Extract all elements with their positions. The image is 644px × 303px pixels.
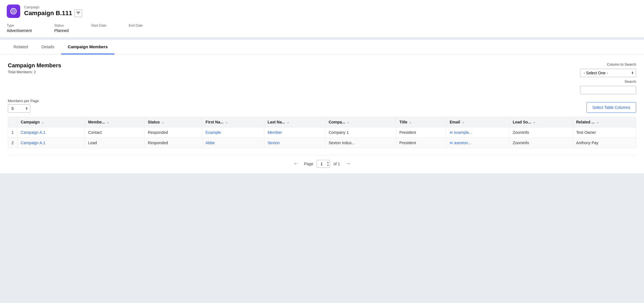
row2-last-name[interactable]: Sexton — [264, 138, 325, 148]
sort-company-icon: ⌄ — [347, 120, 349, 124]
app-icon — [7, 4, 20, 18]
sort-related-icon: ⌄ — [596, 120, 599, 124]
th-related[interactable]: Related ... ⌄ — [572, 117, 636, 127]
th-title[interactable]: Title ⌄ — [396, 117, 446, 127]
row-num-1: 1 — [8, 127, 17, 138]
search-input[interactable] — [580, 86, 636, 94]
header-fields: Type Advertisement Status Planned Start … — [7, 24, 637, 33]
section-heading: Campaign Members — [8, 62, 61, 69]
select-one-dropdown[interactable]: - Select One - — [580, 69, 636, 77]
field-start-date: Start Date — [91, 24, 106, 33]
email-icon-1: ✉ — [450, 130, 453, 135]
svg-point-2 — [13, 11, 14, 12]
row2-company: Sexton Indus... — [325, 138, 396, 148]
row2-first-name[interactable]: Abbe — [202, 138, 264, 148]
row1-member: Contact — [85, 127, 144, 138]
sort-member-icon: ⌄ — [107, 120, 109, 124]
select-table-columns-button[interactable]: Select Table Columns — [586, 102, 636, 113]
svg-rect-5 — [79, 12, 80, 12]
tab-related[interactable]: Related — [7, 40, 35, 54]
tabs-bar: Related Details Campaign Members — [0, 40, 644, 54]
row2-related: Anthony Pay — [572, 138, 636, 148]
sort-campaign-icon: ⌄ — [41, 120, 44, 124]
total-members: Total Members: 2 — [8, 70, 61, 74]
row1-first-name[interactable]: Example — [202, 127, 264, 138]
column-search-area: Column to Search - Select One - ⬍ Search — [580, 62, 636, 94]
row2-member: Lead — [85, 138, 144, 148]
row2-status: Responded — [144, 138, 202, 148]
row2-email[interactable]: ✉asexton... — [446, 138, 509, 148]
sort-title-icon: ⌄ — [409, 120, 411, 124]
svg-rect-3 — [77, 12, 78, 12]
breadcrumb: Campaign — [24, 5, 82, 9]
row1-company: Company 1 — [325, 127, 396, 138]
page-input-wrapper: ▲ ▼ — [317, 160, 330, 168]
sort-status-icon: ⌄ — [162, 120, 164, 124]
select-one-wrapper: - Select One - ⬍ — [580, 69, 636, 77]
mpp-select-wrapper: 5 10 25 50 ⬍ — [8, 104, 30, 113]
sort-lastname-icon: ⌄ — [287, 120, 289, 124]
th-member[interactable]: Membe... ⌄ — [85, 117, 144, 127]
row1-campaign[interactable]: Campaign A.1 — [17, 127, 85, 138]
members-table: Campaign ⌄ Membe... ⌄ Status ⌄ First Na.… — [8, 117, 636, 148]
th-company[interactable]: Compa... ⌄ — [325, 117, 396, 127]
th-status[interactable]: Status ⌄ — [144, 117, 202, 127]
svg-rect-4 — [78, 13, 79, 14]
tab-details[interactable]: Details — [35, 40, 61, 54]
sort-leadsource-icon: ⌄ — [533, 120, 535, 124]
members-per-page-select[interactable]: 5 10 25 50 — [8, 104, 30, 113]
next-page-button[interactable]: → — [343, 160, 353, 168]
th-campaign[interactable]: Campaign ⌄ — [17, 117, 85, 127]
page-up-spin[interactable]: ▲ — [326, 161, 330, 164]
page-header: Campaign Campaign B.111 Type Adv — [0, 0, 644, 38]
members-per-page-section: Members per Page 5 10 25 50 ⬍ — [8, 99, 39, 113]
mpp-label: Members per Page — [8, 99, 39, 103]
tab-campaign-members[interactable]: Campaign Members — [61, 40, 115, 54]
page-of-label: of 1 — [334, 162, 340, 166]
field-status: Status Planned — [54, 24, 68, 33]
cm-title: Campaign Members Total Members: 2 — [8, 62, 61, 74]
col-search-label: Column to Search — [607, 62, 636, 66]
table-header-row: Campaign ⌄ Membe... ⌄ Status ⌄ First Na.… — [8, 117, 636, 127]
row1-last-name[interactable]: Member — [264, 127, 325, 138]
field-end-date: End Date — [129, 24, 143, 33]
row2-lead-source: Zoominfo — [509, 138, 572, 148]
page-down-spin[interactable]: ▼ — [326, 164, 330, 167]
row1-status: Responded — [144, 127, 202, 138]
th-first-name[interactable]: First Na... ⌄ — [202, 117, 264, 127]
controls-row: Members per Page 5 10 25 50 ⬍ Select Tab… — [8, 99, 636, 113]
row2-title: President — [396, 138, 446, 148]
page-label: Page — [304, 162, 313, 166]
row1-lead-source: Zoominfo — [509, 127, 572, 138]
page-title: Campaign B.111 — [24, 10, 72, 17]
pagination-bar: ← Page ▲ ▼ of 1 → — [8, 155, 636, 168]
row2-campaign[interactable]: Campaign A.1 — [17, 138, 85, 148]
sort-firstname-icon: ⌄ — [225, 120, 228, 124]
content-area: Campaign Members Total Members: 2 Column… — [0, 54, 644, 173]
email-icon-2: ✉ — [450, 141, 453, 145]
th-lead-source[interactable]: Lead So... ⌄ — [509, 117, 572, 127]
row1-title: President — [396, 127, 446, 138]
table-row: 1 Campaign A.1 Contact Responded Example… — [8, 127, 636, 138]
row1-email[interactable]: ✉example... — [446, 127, 509, 138]
th-email[interactable]: Email ⌄ — [446, 117, 509, 127]
row1-related: Test Owner — [572, 127, 636, 138]
field-type: Type Advertisement — [7, 24, 32, 33]
th-last-name[interactable]: Last Na... ⌄ — [264, 117, 325, 127]
table-row: 2 Campaign A.1 Lead Responded Abbe Sexto… — [8, 138, 636, 148]
sort-email-icon: ⌄ — [462, 120, 464, 124]
th-num — [8, 117, 17, 127]
main-section: Related Details Campaign Members Campaig… — [0, 40, 644, 173]
search-label: Search — [625, 79, 636, 84]
hierarchy-button[interactable] — [74, 9, 82, 17]
row-num-2: 2 — [8, 138, 17, 148]
prev-page-button[interactable]: ← — [291, 160, 301, 168]
